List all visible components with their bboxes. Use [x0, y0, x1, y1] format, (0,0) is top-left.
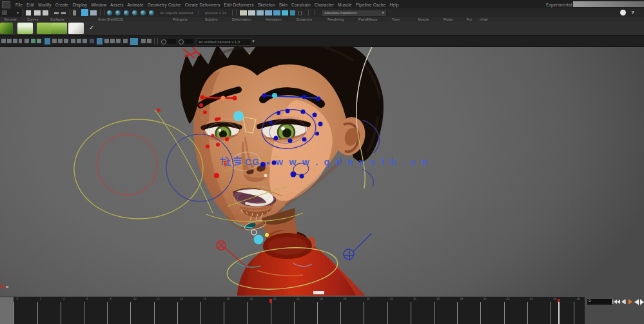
- svg-text:CG: CG: [245, 157, 260, 167]
- svg-text:w w w . q d n x x f b . c n: w w w . q d n x x f b . c n: [275, 157, 427, 167]
